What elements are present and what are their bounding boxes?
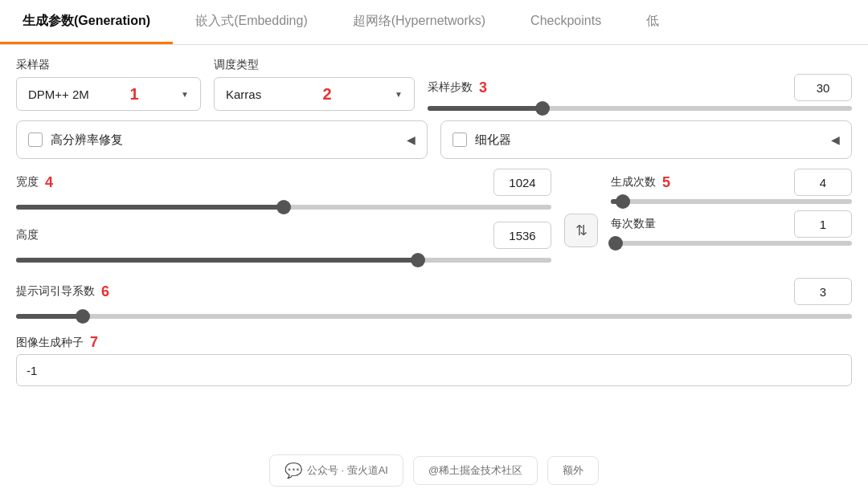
sampler-wrapper: 采样器 DPM++ 2M 1 ▼ [16, 58, 201, 111]
tab-embedding[interactable]: 嵌入式(Embedding) [173, 0, 330, 44]
refiner-label: 细化器 [475, 132, 511, 148]
steps-badge: 3 [479, 79, 487, 96]
batch-size-field: 每次数量 [611, 210, 852, 246]
batch-size-thumb[interactable] [608, 236, 623, 251]
seed-input[interactable] [16, 354, 852, 386]
refiner-checkbox[interactable] [452, 132, 467, 147]
batch-size-track [611, 241, 852, 246]
cfg-thumb[interactable] [76, 309, 90, 324]
sampler-row: 采样器 DPM++ 2M 1 ▼ 调度类型 Karras 2 ▼ [16, 58, 852, 111]
sampler-arrow-icon: ▼ [181, 90, 189, 99]
width-fill [16, 205, 284, 210]
batch-size-input[interactable] [794, 210, 852, 238]
main-container: 生成参数(Generation) 嵌入式(Embedding) 超网络(Hype… [0, 0, 868, 493]
scheduler-wrapper: 调度类型 Karras 2 ▼ [214, 58, 415, 111]
width-track [16, 205, 551, 210]
batch-count-label: 生成次数 [611, 175, 656, 189]
hires-section[interactable]: 高分辨率修复 ◀ [16, 120, 428, 159]
batch-count-thumb[interactable] [616, 194, 630, 209]
cfg-fill [16, 314, 83, 319]
height-field: 高度 [16, 222, 551, 268]
width-input[interactable] [493, 169, 551, 196]
tab-bar: 生成参数(Generation) 嵌入式(Embedding) 超网络(Hype… [0, 0, 868, 45]
steps-thumb[interactable] [535, 101, 550, 116]
hires-refiner-row: 高分辨率修复 ◀ 细化器 ◀ [16, 120, 852, 159]
width-label: 宽度 [16, 175, 39, 189]
sampler-badge: 1 [129, 85, 138, 104]
scheduler-label: 调度类型 [214, 58, 415, 72]
steps-label: 采样步数 [428, 80, 473, 95]
steps-wrapper: 采样步数 3 30 [428, 74, 852, 111]
sampler-value: DPM++ 2M [28, 88, 89, 101]
batch-count-track [611, 199, 852, 204]
wh-right: 生成次数 5 每次数量 [611, 169, 852, 268]
height-label: 高度 [16, 228, 39, 242]
batch-size-slider[interactable] [611, 241, 852, 246]
steps-track [428, 106, 852, 111]
batch-count-field: 生成次数 5 [611, 169, 852, 204]
scheduler-arrow-icon: ▼ [395, 90, 403, 99]
cfg-badge: 6 [101, 283, 109, 300]
tab-hypernetworks[interactable]: 超网络(Hypernetworks) [330, 0, 508, 44]
height-fill [16, 258, 418, 263]
refiner-collapse-icon[interactable]: ◀ [831, 133, 840, 146]
hires-label: 高分辨率修复 [51, 132, 123, 148]
swap-icon: ⇅ [575, 222, 588, 239]
sampler-label: 采样器 [16, 58, 201, 72]
batch-count-badge: 5 [662, 174, 670, 191]
tab-low[interactable]: 低 [624, 0, 682, 44]
hires-checkbox[interactable] [28, 132, 43, 147]
batch-count-input[interactable] [794, 169, 852, 196]
hires-collapse-icon[interactable]: ◀ [407, 133, 416, 146]
steps-slider[interactable] [428, 106, 852, 111]
batch-size-label: 每次数量 [611, 217, 656, 231]
steps-fill [428, 106, 542, 111]
steps-input[interactable]: 30 [794, 74, 852, 101]
height-thumb[interactable] [411, 253, 425, 267]
height-slider[interactable] [16, 252, 551, 268]
cfg-input[interactable] [794, 278, 852, 305]
height-input[interactable] [493, 222, 551, 249]
cfg-track [16, 314, 852, 319]
cfg-slider[interactable] [16, 308, 852, 324]
batch-count-slider[interactable] [611, 199, 852, 204]
width-thumb[interactable] [276, 200, 291, 214]
width-slider[interactable] [16, 199, 551, 215]
cfg-label: 提示词引导系数 [16, 284, 95, 299]
scheduler-badge: 2 [323, 85, 332, 104]
width-field: 宽度 4 [16, 169, 551, 215]
width-badge: 4 [45, 174, 53, 191]
sampler-dropdown[interactable]: DPM++ 2M 1 ▼ [16, 77, 201, 111]
refiner-section[interactable]: 细化器 ◀ [440, 120, 852, 159]
wh-left: 宽度 4 高度 [16, 169, 551, 268]
seed-badge: 7 [90, 334, 98, 351]
tab-generation[interactable]: 生成参数(Generation) [0, 0, 173, 44]
tab-checkpoints[interactable]: Checkpoints [508, 0, 624, 44]
cfg-field: 提示词引导系数 6 [16, 278, 852, 324]
seed-field: 图像生成种子 7 [16, 334, 852, 386]
scheduler-dropdown[interactable]: Karras 2 ▼ [214, 77, 415, 111]
scheduler-value: Karras [226, 88, 261, 101]
content-area: 采样器 DPM++ 2M 1 ▼ 调度类型 Karras 2 ▼ [0, 45, 868, 493]
swap-button[interactable]: ⇅ [564, 214, 598, 247]
seed-label: 图像生成种子 [16, 336, 84, 350]
height-track [16, 258, 551, 263]
wh-section: 宽度 4 高度 [16, 169, 852, 268]
